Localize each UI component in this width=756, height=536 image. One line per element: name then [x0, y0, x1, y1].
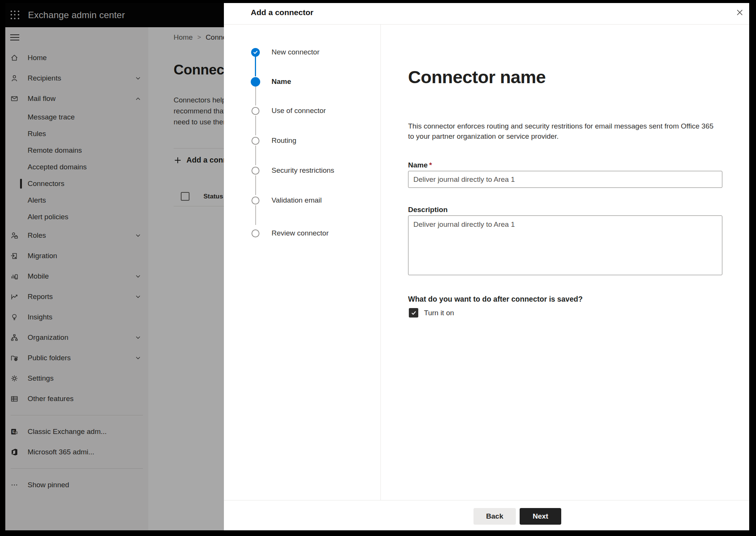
- step-upcoming-icon: [251, 137, 259, 145]
- step-upcoming-icon: [251, 197, 259, 204]
- step-security-restrictions: Security restrictions: [224, 166, 380, 175]
- divider: [224, 500, 749, 500]
- step-review-connector: Review connector: [224, 228, 380, 238]
- step-use-of-connector: Use of connector: [224, 106, 380, 116]
- required-asterisk: *: [429, 161, 432, 169]
- name-field-label: Name*: [408, 161, 432, 169]
- next-button[interactable]: Next: [520, 508, 561, 525]
- turn-it-on-checkbox-row[interactable]: Turn it on: [409, 308, 454, 318]
- step-connector-line: [255, 87, 256, 105]
- checked-checkbox-icon[interactable]: [409, 308, 418, 318]
- after-save-question: What do you want to do after connector i…: [408, 295, 583, 304]
- step-name[interactable]: Name: [224, 77, 380, 87]
- description-field-label: Description: [408, 206, 448, 214]
- wizard-page-title: Connector name: [408, 67, 546, 87]
- close-icon[interactable]: [734, 7, 745, 18]
- step-upcoming-icon: [251, 229, 259, 237]
- divider: [224, 24, 749, 25]
- dialog-title: Add a connector: [251, 8, 314, 17]
- back-button[interactable]: Back: [473, 508, 516, 525]
- step-upcoming-icon: [251, 107, 259, 115]
- step-connector-line: [255, 57, 256, 76]
- step-new-connector[interactable]: New connector: [224, 47, 380, 57]
- description-textarea[interactable]: Deliver journal directly to Area 1: [408, 215, 722, 275]
- step-connector-line: [255, 146, 256, 165]
- divider: [380, 25, 381, 500]
- app-window: Exchange admin center Home Recipients Ma…: [5, 3, 749, 530]
- step-validation-email: Validation email: [224, 195, 380, 205]
- step-connector-line: [255, 175, 256, 195]
- step-upcoming-icon: [251, 167, 259, 175]
- step-completed-icon: [251, 48, 260, 57]
- add-connector-dialog: Add a connector New connector Name Use o…: [224, 3, 749, 530]
- step-connector-line: [255, 205, 256, 225]
- step-current-icon: [251, 77, 260, 87]
- wizard-page-description: This connector enforces routing and secu…: [408, 121, 714, 141]
- step-connector-line: [255, 116, 256, 135]
- step-routing: Routing: [224, 136, 380, 146]
- name-input[interactable]: [408, 171, 722, 188]
- turn-it-on-label: Turn it on: [424, 309, 454, 317]
